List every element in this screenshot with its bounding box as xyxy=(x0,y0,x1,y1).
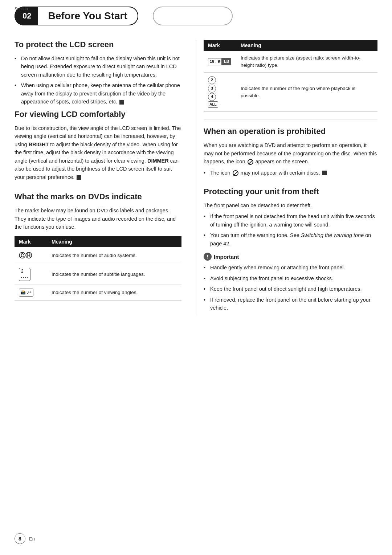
viewing-section: For viewing LCD comfortably Due to its c… xyxy=(15,110,181,181)
mark-angles: 📸 3 ╜ xyxy=(15,285,47,300)
list-item: Avoid subjecting the front panel to exce… xyxy=(204,274,377,282)
list-item: You can turn off the warning tone. See S… xyxy=(204,231,377,248)
important-text: Important xyxy=(214,254,239,260)
right-table-col-mark: Mark xyxy=(204,40,236,51)
meaning-angles: Indicates the number of viewing angles. xyxy=(47,285,181,300)
footer: 8 En xyxy=(15,533,35,544)
section-label: Section xyxy=(15,7,28,11)
header: 02 Before You Start xyxy=(0,0,392,29)
important-label: ! Important xyxy=(204,253,377,261)
table-row: ⒸⒽ Indicates the number of audio systems… xyxy=(15,247,181,264)
right-marks-table: Mark Meaning 16 : 9 LB Indicates the pic… xyxy=(204,40,377,112)
section-title: Before You Start xyxy=(38,7,138,25)
viewing-title: For viewing LCD comfortably xyxy=(15,110,181,119)
mark-169lb: 16 : 9 LB xyxy=(204,51,236,73)
right-column: Mark Meaning 16 : 9 LB Indicates the pic… xyxy=(196,40,377,316)
prohibited-title: When an operation is prohibited xyxy=(204,127,377,136)
dvd-section: What the marks on DVDs indicate The mark… xyxy=(15,192,181,301)
theft-section: Protecting your unit from theft The fron… xyxy=(204,187,377,312)
section-badge: 02 Before You Start xyxy=(15,7,138,25)
stop-icon-viewing xyxy=(74,174,81,180)
list-item: If removed, replace the front panel on t… xyxy=(204,296,377,312)
list-item: The icon may not appear with certain dis… xyxy=(204,169,377,177)
meaning-169lb: Indicates the picture size (aspect ratio… xyxy=(236,51,377,73)
list-item: Do not allow direct sunlight to fall on … xyxy=(15,54,181,79)
dvd-body: The marks below may be found on DVD disc… xyxy=(15,207,181,231)
viewing-body: Due to its construction, the view angle … xyxy=(15,124,181,181)
prohibited-icon xyxy=(248,159,253,165)
table-row: 2• • • • Indicates the number of subtitl… xyxy=(15,264,181,285)
main-content: To protect the LCD screen Do not allow d… xyxy=(0,29,392,327)
right-table-col-meaning: Meaning xyxy=(236,40,377,51)
mark-region: 2 3 4 ALL xyxy=(204,73,236,112)
mark-audio: ⒸⒽ xyxy=(15,247,47,264)
theft-title: Protecting your unit from theft xyxy=(204,187,377,196)
dvd-title: What the marks on DVDs indicate xyxy=(15,192,181,201)
theft-bullets: If the front panel is not detached from … xyxy=(204,212,377,248)
header-right-box xyxy=(153,7,233,25)
table-row: 16 : 9 LB Indicates the picture size (as… xyxy=(204,51,377,73)
list-item: Handle gently when removing or attaching… xyxy=(204,264,377,272)
table-row: 2 3 4 ALL Indicates the number of the re… xyxy=(204,73,377,112)
divider xyxy=(204,119,377,119)
table-row: 📸 3 ╜ Indicates the number of viewing an… xyxy=(15,285,181,300)
dvd-marks-table: Mark Meaning ⒸⒽ Indicates the number of … xyxy=(15,236,181,301)
list-item: If the front panel is not detached from … xyxy=(204,212,377,229)
page-number: 8 xyxy=(15,533,25,544)
list-item: When using a cellular phone, keep the an… xyxy=(15,81,181,106)
prohibited-section: When an operation is prohibited When you… xyxy=(204,127,377,177)
table-col-meaning: Meaning xyxy=(47,236,181,247)
meaning-audio: Indicates the number of audio systems. xyxy=(47,247,181,264)
theft-body: The front panel can be detached to deter… xyxy=(204,201,377,209)
table-col-mark: Mark xyxy=(15,236,47,247)
lcd-title: To protect the LCD screen xyxy=(15,40,181,49)
list-item: Keep the front panel out of direct sunli… xyxy=(204,285,377,293)
meaning-region: Indicates the number of the region where… xyxy=(236,73,377,112)
stop-icon-prohibited xyxy=(320,170,327,176)
prohibited-body: When you are watching a DVD and attempt … xyxy=(204,141,377,166)
important-bullets: Handle gently when removing or attaching… xyxy=(204,264,377,312)
lcd-section: To protect the LCD screen Do not allow d… xyxy=(15,40,181,106)
footer-lang: En xyxy=(29,536,35,542)
meaning-subtitle: Indicates the number of subtitle languag… xyxy=(47,264,181,285)
prohibited-bullets: The icon may not appear with certain dis… xyxy=(204,169,377,177)
important-icon: ! xyxy=(204,253,212,261)
mark-subtitle: 2• • • • xyxy=(15,264,47,285)
lcd-bullets: Do not allow direct sunlight to fall on … xyxy=(15,54,181,106)
left-column: To protect the LCD screen Do not allow d… xyxy=(15,40,196,316)
prohibited-icon-inline xyxy=(233,170,238,176)
stop-icon-lcd xyxy=(117,99,124,105)
